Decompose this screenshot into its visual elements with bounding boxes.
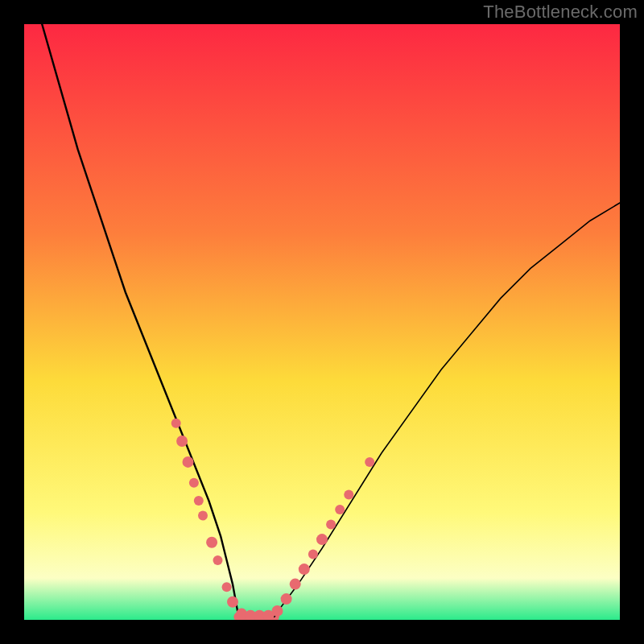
curve-marker (213, 555, 223, 565)
curve-marker (335, 505, 345, 514)
chart-frame: TheBottleneck.com (0, 0, 644, 644)
curve-marker (308, 550, 318, 559)
curve-marker (194, 496, 204, 506)
curve-marker (227, 597, 238, 608)
curve-marker (326, 520, 336, 530)
attribution-label: TheBottleneck.com (483, 2, 638, 23)
curve-marker (189, 478, 199, 488)
curve-marker (272, 605, 283, 617)
bottleneck-plot (24, 24, 620, 620)
plot-svg (24, 24, 620, 620)
curve-marker (365, 457, 374, 467)
curve-marker (316, 534, 328, 545)
curve-marker (198, 511, 208, 521)
curve-marker (206, 537, 217, 548)
curve-marker (171, 419, 181, 428)
curve-marker (183, 456, 194, 468)
gradient-background (24, 24, 620, 620)
curve-marker (281, 593, 292, 605)
curve-marker (299, 564, 310, 575)
curve-marker (290, 579, 301, 590)
curve-marker (222, 582, 232, 592)
curve-marker (344, 490, 353, 500)
curve-marker (176, 436, 188, 447)
